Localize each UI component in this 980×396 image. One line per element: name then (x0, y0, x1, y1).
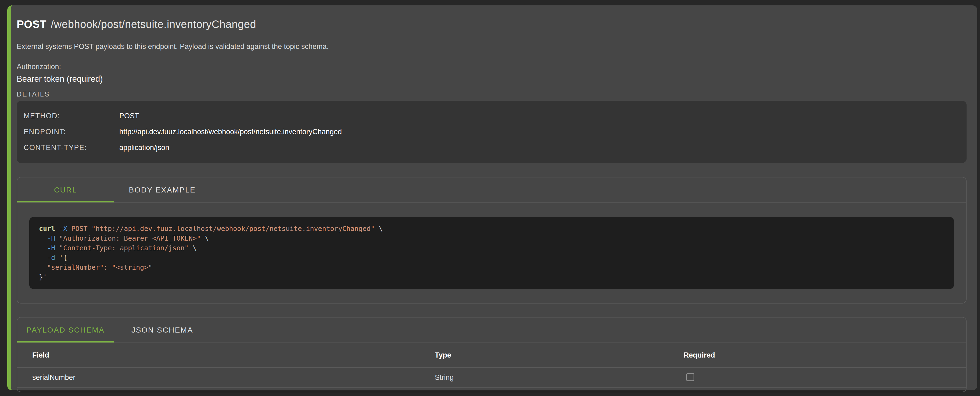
code-token (55, 244, 59, 252)
code-token: curl (39, 225, 55, 233)
required-cell (684, 373, 966, 382)
schema-tabs: PAYLOAD SCHEMAJSON SCHEMA (17, 318, 966, 343)
request-tabs: CURLBODY EXAMPLE (17, 177, 966, 203)
details-row: CONTENT-TYPE:application/json (24, 140, 967, 156)
code-token (39, 263, 47, 271)
code-token: \ (201, 235, 209, 242)
code-token (88, 225, 92, 233)
field-cell: serialNumber (17, 374, 435, 382)
code-token (39, 244, 47, 252)
curl-code-block[interactable]: curl -X POST "http://api.dev.fuuz.localh… (29, 217, 954, 289)
tab-body-example[interactable]: BODY EXAMPLE (114, 177, 211, 203)
details-row-value: http://api.dev.fuuz.localhost/webhook/po… (119, 128, 967, 136)
authorization-label: Authorization: (17, 63, 967, 71)
code-token (55, 225, 59, 233)
code-token (39, 235, 47, 242)
details-row-label: ENDPOINT: (24, 128, 119, 136)
code-token (39, 254, 47, 262)
type-cell: String (435, 374, 684, 382)
code-token: "serialNumber": "<string>" (47, 263, 152, 271)
page-title: POST/webhook/post/netsuite.inventoryChan… (17, 18, 967, 30)
schema-card: PAYLOAD SCHEMAJSON SCHEMA FieldTypeRequi… (17, 317, 967, 392)
code-line: "serialNumber": "<string>" (39, 263, 944, 272)
details-row: METHOD:POST (24, 108, 967, 124)
column-header-field: Field (17, 351, 435, 359)
authorization-value: Bearer token (required) (17, 74, 967, 84)
code-panel: curl -X POST "http://api.dev.fuuz.localh… (17, 203, 966, 303)
http-method-badge: POST (17, 18, 46, 30)
tab-curl[interactable]: CURL (17, 177, 114, 203)
code-token: -H (47, 235, 55, 242)
column-header-required: Required (684, 351, 966, 359)
details-rows: METHOD:POSTENDPOINT:http://api.dev.fuuz.… (24, 108, 967, 156)
details-row-label: CONTENT-TYPE: (24, 144, 119, 152)
details-row: ENDPOINT:http://api.dev.fuuz.localhost/w… (24, 124, 967, 140)
details-row-label: METHOD: (24, 112, 119, 120)
code-token: \ (189, 244, 197, 252)
endpoint-card: POST/webhook/post/netsuite.inventoryChan… (7, 5, 977, 390)
code-token: -X (59, 225, 67, 233)
table-row: serialNumberString (17, 368, 966, 388)
column-header-type: Type (435, 351, 684, 359)
code-token: -d (47, 254, 55, 262)
endpoint-path: /webhook/post/netsuite.inventoryChanged (51, 18, 256, 30)
code-line: curl -X POST "http://api.dev.fuuz.localh… (39, 224, 944, 234)
endpoint-description: External systems POST payloads to this e… (17, 43, 967, 51)
details-caption: DETAILS (17, 90, 967, 98)
code-line: -H "Authorization: Bearer <API_TOKEN>" \ (39, 234, 944, 243)
code-token (67, 225, 71, 233)
tab-payload-schema[interactable]: PAYLOAD SCHEMA (17, 318, 114, 342)
code-token: -H (47, 244, 55, 252)
code-line: -H "Content-Type: application/json" \ (39, 243, 944, 253)
required-checkbox[interactable] (686, 373, 694, 381)
details-row-value: application/json (119, 144, 967, 152)
details-row-value: POST (119, 112, 967, 120)
code-token: "http://api.dev.fuuz.localhost/webhook/p… (92, 225, 375, 233)
tab-json-schema[interactable]: JSON SCHEMA (114, 318, 211, 342)
code-token: POST (71, 225, 88, 233)
code-token: '{ (55, 254, 67, 262)
details-box: METHOD:POSTENDPOINT:http://api.dev.fuuz.… (17, 101, 967, 163)
schema-table-header: FieldTypeRequired (17, 343, 966, 368)
code-line: -d '{ (39, 253, 944, 263)
code-token: \ (375, 225, 383, 233)
code-token: "Content-Type: application/json" (59, 244, 189, 252)
code-line: }' (39, 272, 944, 282)
request-example-card: CURLBODY EXAMPLE curl -X POST "http://ap… (17, 177, 967, 303)
code-token (55, 235, 59, 242)
code-token: }' (39, 273, 47, 281)
schema-table-body: serialNumberString (17, 368, 966, 388)
curl-code: curl -X POST "http://api.dev.fuuz.localh… (39, 224, 944, 282)
code-token: "Authorization: Bearer <API_TOKEN>" (59, 235, 201, 242)
